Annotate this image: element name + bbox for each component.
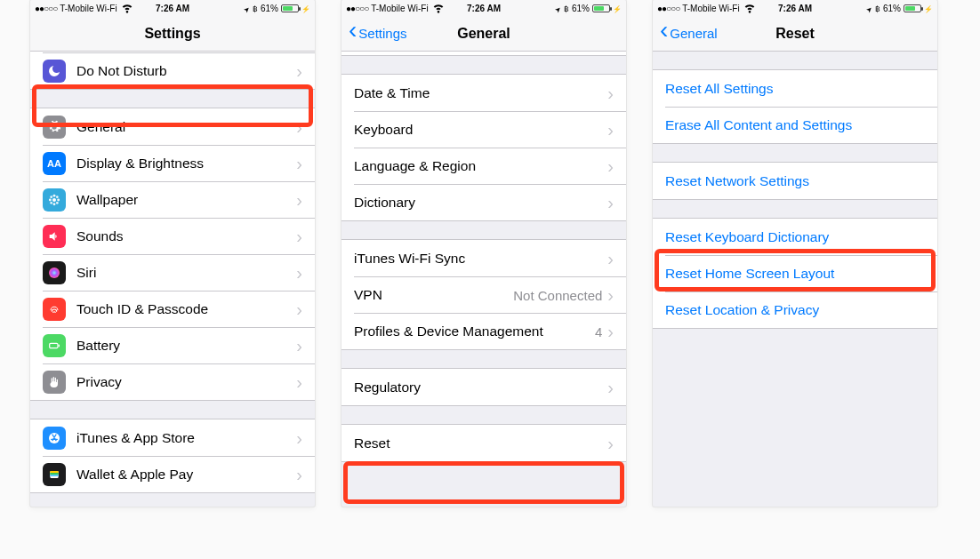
signal-dots-icon: ●●○○○ bbox=[346, 4, 368, 13]
row-privacy[interactable]: Privacy bbox=[43, 363, 315, 400]
row-label: Wallet & Apple Pay bbox=[76, 467, 296, 483]
appstore-icon bbox=[43, 427, 66, 450]
row-label: Display & Brightness bbox=[76, 156, 296, 172]
battery-pct-label: 61% bbox=[883, 4, 901, 13]
signal-dots-icon: ●●○○○ bbox=[657, 4, 679, 13]
row-label: Regulatory bbox=[354, 379, 607, 395]
svg-point-6 bbox=[56, 196, 59, 198]
flower-icon bbox=[43, 188, 66, 212]
svg-rect-11 bbox=[59, 345, 60, 347]
row-language-region[interactable]: Language & Region bbox=[354, 148, 626, 184]
carrier-label: T-Mobile Wi-Fi bbox=[682, 4, 739, 13]
row-reset-home-screen[interactable]: Reset Home Screen Layout bbox=[665, 255, 937, 291]
row-display-brightness[interactable]: AA Display & Brightness bbox=[43, 145, 315, 181]
svg-point-1 bbox=[53, 195, 56, 197]
row-label: Reset Network Settings bbox=[665, 173, 925, 189]
bluetooth-icon bbox=[564, 4, 569, 13]
wifi-icon bbox=[120, 0, 134, 16]
row-vpn[interactable]: VPN Not Connected bbox=[354, 276, 626, 313]
screenshot-settings: ●●○○○ T-Mobile Wi-Fi 7:26 AM 61% Setting… bbox=[30, 0, 315, 507]
row-label: Wallpaper bbox=[76, 192, 296, 208]
row-keyboard[interactable]: Keyboard bbox=[354, 111, 626, 148]
svg-point-9 bbox=[49, 268, 60, 278]
row-reset-all-settings[interactable]: Reset All Settings bbox=[653, 70, 937, 107]
row-label: Sounds bbox=[76, 228, 296, 244]
row-label: Date & Time bbox=[354, 85, 607, 101]
svg-point-3 bbox=[49, 199, 52, 202]
nav-bar: Settings General bbox=[341, 16, 626, 52]
svg-point-5 bbox=[50, 196, 52, 198]
row-wallet-applepay[interactable]: Wallet & Apple Pay bbox=[43, 456, 315, 492]
charging-icon bbox=[924, 4, 933, 13]
row-regulatory[interactable]: Regulatory bbox=[341, 369, 626, 405]
row-label: Language & Region bbox=[354, 158, 607, 174]
screenshot-general: ●●○○○ T-Mobile Wi-Fi 7:26 AM 61% Setting… bbox=[341, 0, 626, 507]
reset-list[interactable]: Reset All Settings Erase All Content and… bbox=[653, 52, 937, 507]
row-label: Keyboard bbox=[354, 122, 607, 138]
text-size-icon: AA bbox=[43, 152, 66, 175]
nav-title: Settings bbox=[30, 26, 315, 42]
row-itunes-wifi-sync[interactable]: iTunes Wi-Fi Sync bbox=[341, 240, 626, 276]
row-detail: Not Connected bbox=[513, 288, 602, 303]
row-reset-network-settings[interactable]: Reset Network Settings bbox=[653, 163, 937, 199]
row-date-time[interactable]: Date & Time bbox=[341, 75, 626, 111]
row-label: General bbox=[76, 119, 296, 135]
carrier-label: T-Mobile Wi-Fi bbox=[371, 4, 428, 13]
row-label: Reset Home Screen Layout bbox=[665, 266, 925, 282]
siri-icon bbox=[43, 261, 66, 284]
row-siri[interactable]: Siri bbox=[43, 254, 315, 291]
wifi-icon bbox=[743, 0, 757, 16]
nav-back-label: Settings bbox=[358, 26, 406, 41]
row-wallpaper[interactable]: Wallpaper bbox=[43, 181, 315, 218]
row-reset-location-privacy[interactable]: Reset Location & Privacy bbox=[665, 291, 937, 328]
carrier-label: T-Mobile Wi-Fi bbox=[60, 4, 116, 13]
row-label: VPN bbox=[354, 287, 513, 303]
bluetooth-icon bbox=[875, 4, 880, 13]
clock-label: 7:26 AM bbox=[156, 4, 189, 13]
row-profiles[interactable]: Profiles & Device Management 4 bbox=[354, 313, 626, 349]
battery-pct-label: 61% bbox=[261, 4, 278, 13]
row-general[interactable]: General bbox=[30, 108, 315, 145]
location-icon bbox=[866, 4, 872, 13]
row-dictionary[interactable]: Dictionary bbox=[354, 184, 626, 220]
general-list[interactable]: Date & Time Keyboard Language & Region D… bbox=[341, 52, 626, 507]
battery-icon bbox=[43, 334, 66, 357]
row-touch-id[interactable]: Touch ID & Passcode bbox=[43, 291, 315, 327]
wallet-icon bbox=[43, 463, 66, 486]
row-label: Reset Keyboard Dictionary bbox=[665, 229, 925, 245]
row-erase-all-content[interactable]: Erase All Content and Settings bbox=[665, 107, 937, 143]
charging-icon bbox=[613, 4, 622, 13]
row-label: Erase All Content and Settings bbox=[665, 117, 925, 133]
fingerprint-icon bbox=[43, 298, 66, 321]
row-label: Battery bbox=[76, 338, 296, 354]
status-bar: ●●○○○ T-Mobile Wi-Fi 7:26 AM 61% bbox=[653, 0, 937, 16]
svg-rect-10 bbox=[50, 343, 58, 347]
row-battery[interactable]: Battery bbox=[43, 327, 315, 363]
row-label: Reset bbox=[354, 435, 607, 451]
location-icon bbox=[555, 4, 561, 13]
nav-back-label: General bbox=[670, 26, 717, 41]
row-reset-keyboard-dictionary[interactable]: Reset Keyboard Dictionary bbox=[653, 219, 937, 255]
settings-list[interactable]: Do Not Disturb General AA Display & Brig… bbox=[30, 52, 315, 507]
speaker-icon bbox=[43, 225, 66, 248]
svg-point-7 bbox=[50, 202, 52, 204]
battery-icon bbox=[281, 4, 299, 12]
row-reset[interactable]: Reset bbox=[341, 425, 626, 461]
nav-bar: General Reset bbox=[653, 16, 937, 52]
nav-back-button[interactable]: Settings bbox=[349, 26, 407, 41]
battery-pct-label: 61% bbox=[572, 4, 590, 13]
signal-dots-icon: ●●○○○ bbox=[35, 4, 57, 13]
row-label: Dictionary bbox=[354, 195, 607, 211]
clock-label: 7:26 AM bbox=[778, 4, 812, 13]
row-do-not-disturb[interactable]: Do Not Disturb bbox=[43, 52, 315, 89]
row-label: iTunes Wi-Fi Sync bbox=[354, 251, 607, 267]
svg-point-4 bbox=[57, 199, 60, 202]
row-label: Siri bbox=[76, 265, 296, 281]
row-itunes-appstore[interactable]: iTunes & App Store bbox=[30, 419, 315, 456]
row-detail: 4 bbox=[595, 324, 602, 339]
gear-icon bbox=[43, 116, 66, 139]
location-icon bbox=[244, 4, 250, 13]
status-bar: ●●○○○ T-Mobile Wi-Fi 7:26 AM 61% bbox=[30, 0, 315, 16]
nav-back-button[interactable]: General bbox=[660, 26, 718, 41]
row-sounds[interactable]: Sounds bbox=[43, 218, 315, 254]
